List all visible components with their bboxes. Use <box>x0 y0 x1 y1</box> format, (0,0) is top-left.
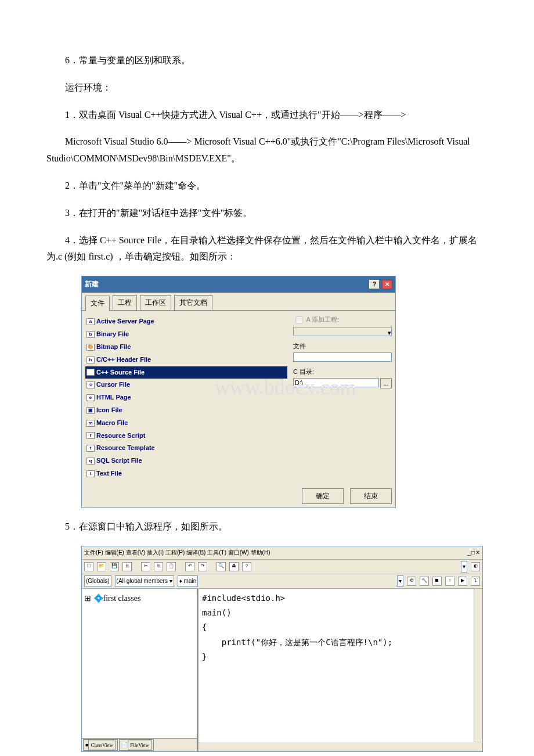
ide-menubar-text: 文件(F) 编辑(E) 查看(V) 插入(I) 工程(P) 编译(B) 工具(T… <box>84 549 270 556</box>
list-label: Icon File <box>96 405 122 416</box>
file-type-list[interactable]: aActive Server Page bBinary File 🎨Bitmap… <box>85 314 287 481</box>
tab-project[interactable]: 工程 <box>113 295 137 311</box>
new-file-dialog: 新建 ? ✕ 文件 工程 工作区 其它文档 aActive Server Pag… <box>81 276 396 508</box>
paragraph-step2: 2．单击"文件"菜单的"新建"命令。 <box>46 178 488 195</box>
print-icon[interactable]: 🖶 <box>229 562 239 571</box>
code-content: #include<stdio.h> main() { printf("你好，这是… <box>202 591 479 664</box>
directory-label: C 目录: <box>293 366 392 378</box>
file-icon: m <box>86 420 95 427</box>
go-icon[interactable]: ▶ <box>458 577 467 586</box>
list-label: Bitmap File <box>96 341 131 353</box>
list-item[interactable]: ☆Cursor File <box>85 379 287 391</box>
list-label: Active Server Page <box>96 316 154 327</box>
classview-tab[interactable]: ■ClassView <box>83 739 118 751</box>
step-icon[interactable]: ⤵ <box>471 577 480 586</box>
cut-icon[interactable]: ✂ <box>141 562 150 571</box>
list-item[interactable]: aActive Server Page <box>85 315 287 328</box>
fileview-tab[interactable]: 📄FileView <box>119 739 154 751</box>
list-label: Resource Template <box>96 442 155 454</box>
cancel-button[interactable]: 结束 <box>350 488 392 505</box>
run-icon[interactable]: ! <box>445 577 454 586</box>
list-item[interactable]: qSQL Script File <box>85 455 287 467</box>
paste-icon[interactable]: 📋 <box>167 562 176 571</box>
file-icon: c <box>86 369 95 376</box>
list-label: Text File <box>96 468 122 480</box>
list-item[interactable]: 🎨Bitmap File <box>85 341 287 354</box>
file-icon: b <box>86 331 95 338</box>
list-label: Resource Script <box>96 430 145 442</box>
directory-input[interactable]: D:\ <box>293 378 379 387</box>
help-icon[interactable]: ? <box>242 562 251 571</box>
browse-button[interactable]: ... <box>380 378 392 388</box>
list-item[interactable]: mMacro File <box>85 417 287 430</box>
ide-toolbar: ☐ 📂 💾 ⎘ ✂ ⎘ 📋 ↶ ↷ 🔍 🖶 ? ▾ ◐ <box>82 560 482 574</box>
workspace-tree[interactable]: ⊞ 💠first classes ■ClassView 📄FileView <box>82 589 198 751</box>
paragraph-step5: 5．在源窗口中输入源程序，如图所示。 <box>46 519 488 535</box>
tab-other[interactable]: 其它文档 <box>174 295 212 311</box>
open-icon[interactable]: 📂 <box>97 562 106 571</box>
ok-button[interactable]: 确定 <box>302 488 344 505</box>
filename-label: 文件 <box>293 341 392 352</box>
add-to-project-row: A 添加工程: <box>293 314 392 326</box>
ide-window: 文件(F) 编辑(E) 查看(V) 插入(I) 工程(P) 编译(B) 工具(T… <box>81 546 483 752</box>
minimize-icon[interactable]: _ <box>467 548 471 558</box>
list-item[interactable]: eHTML Page <box>85 391 287 404</box>
saveall-icon[interactable]: ⎘ <box>122 562 132 571</box>
paragraph-step4: 4．选择 C++ Source File，在目录输入栏选择文件保存位置，然后在文… <box>46 232 488 266</box>
horizontal-scrollbar[interactable] <box>199 743 482 751</box>
filename-input[interactable] <box>293 352 392 362</box>
build-icon[interactable]: 🔨 <box>420 577 429 586</box>
vertical-scrollbar[interactable] <box>474 589 482 742</box>
file-icon: r <box>86 432 95 439</box>
build-dropdown[interactable]: ▾ <box>397 575 403 587</box>
help-button[interactable]: ? <box>369 280 380 289</box>
file-icon: e <box>86 394 95 401</box>
list-item[interactable]: bBinary File <box>85 328 287 341</box>
tab-file[interactable]: 文件 <box>85 296 110 311</box>
copy-icon[interactable]: ⎘ <box>154 562 163 571</box>
save-icon[interactable]: 💾 <box>110 562 119 571</box>
list-label: Macro File <box>96 417 128 429</box>
list-item[interactable]: hC/C++ Header File <box>85 354 287 366</box>
stop-icon[interactable]: ⏹ <box>432 577 442 586</box>
paragraph-env: 运行环境： <box>46 80 488 96</box>
file-icon: a <box>86 318 95 325</box>
tree-root[interactable]: ⊞ 💠first classes <box>84 591 194 606</box>
list-label: C++ Source File <box>96 367 145 379</box>
toolbar-dropdown[interactable]: ▾ <box>461 561 467 573</box>
list-item-selected[interactable]: cC++ Source File <box>85 366 287 379</box>
compile-icon[interactable]: ⚙ <box>407 577 416 586</box>
list-label: HTML Page <box>96 392 131 404</box>
add-to-project-checkbox[interactable] <box>295 316 303 324</box>
undo-icon[interactable]: ↶ <box>185 562 194 571</box>
tab-workspace[interactable]: 工作区 <box>140 295 171 311</box>
file-icon: t <box>86 445 95 452</box>
find-icon[interactable]: 🔍 <box>217 562 226 571</box>
list-item[interactable]: ▣Icon File <box>85 404 287 417</box>
ide-toolbar2: (Globals) (All global members ▾ ♦ main ▾… <box>82 574 482 589</box>
tool-icon[interactable]: ◐ <box>471 562 480 571</box>
project-dropdown[interactable]: ▾ <box>293 327 392 336</box>
function-dropdown[interactable]: ♦ main <box>178 575 199 587</box>
list-label: SQL Script File <box>96 455 142 467</box>
dialog-titlebar: 新建 ? ✕ <box>82 276 395 293</box>
dialog-title-text: 新建 <box>85 278 99 291</box>
paragraph-step1b: Microsoft Visual Studio 6.0——> Microsoft… <box>46 134 488 167</box>
code-editor[interactable]: #include<stdio.h> main() { printf("你好，这是… <box>198 589 482 751</box>
dialog-tabs: 文件 工程 工作区 其它文档 <box>82 293 395 311</box>
close-button[interactable]: ✕ <box>382 280 392 289</box>
list-item[interactable]: tText File <box>85 467 287 480</box>
new-icon[interactable]: ☐ <box>84 562 93 571</box>
list-item[interactable]: rResource Script <box>85 430 287 442</box>
redo-icon[interactable]: ↷ <box>198 562 207 571</box>
list-item[interactable]: tResource Template <box>85 442 287 455</box>
ide-titlebar: 文件(F) 编辑(E) 查看(V) 插入(I) 工程(P) 编译(B) 工具(T… <box>82 546 482 560</box>
globals-dropdown[interactable]: (Globals) <box>84 575 111 587</box>
file-icon: 🎨 <box>86 344 95 351</box>
members-dropdown[interactable]: (All global members ▾ <box>115 575 174 587</box>
file-icon: ☆ <box>86 381 95 388</box>
close-icon[interactable]: ✕ <box>475 548 480 558</box>
file-icon: h <box>86 357 95 363</box>
maximize-icon[interactable]: □ <box>471 548 475 558</box>
paragraph-step3: 3．在打开的"新建"对话框中选择"文件"标签。 <box>46 205 488 222</box>
